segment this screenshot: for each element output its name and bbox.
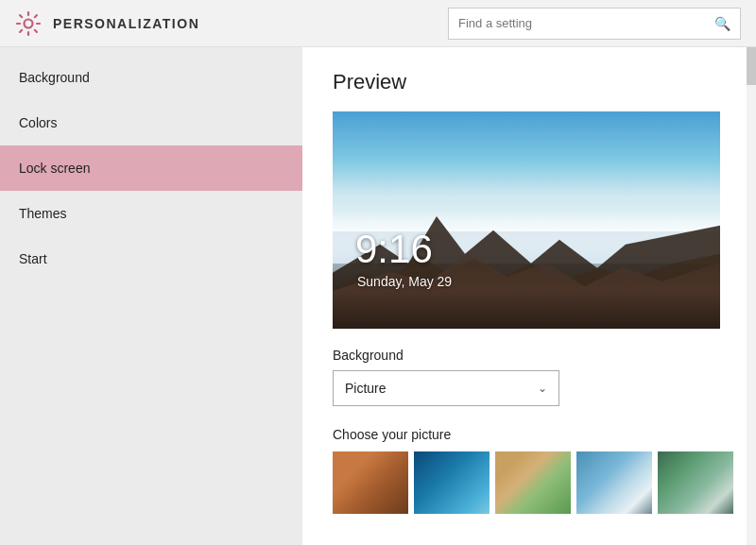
section-title: Preview: [333, 70, 726, 94]
scrollbar[interactable]: [747, 47, 756, 545]
chevron-down-icon: ⌄: [538, 382, 547, 395]
sidebar-item-start[interactable]: Start: [0, 236, 302, 281]
main-layout: Background Colors Lock screen Themes Sta…: [0, 47, 756, 545]
thumbnail-5[interactable]: [658, 451, 733, 514]
search-input[interactable]: [458, 16, 714, 30]
sidebar-item-themes[interactable]: Themes: [0, 191, 302, 236]
preview-image: 9:16 Sunday, May 29: [333, 111, 720, 329]
sidebar-item-lock-screen[interactable]: Lock screen: [0, 145, 302, 191]
background-dropdown[interactable]: Picture ⌄: [333, 370, 559, 406]
header: PERSONALIZATION 🔍: [0, 0, 756, 47]
choose-picture-label: Choose your picture: [333, 427, 726, 442]
sidebar-item-background[interactable]: Background: [0, 55, 302, 100]
thumbnail-2[interactable]: [414, 451, 490, 514]
sidebar-item-colors[interactable]: Colors: [0, 100, 302, 145]
scrollbar-thumb[interactable]: [747, 47, 756, 85]
thumbnail-4[interactable]: [576, 451, 652, 514]
search-box[interactable]: 🔍: [448, 8, 741, 40]
thumbnail-1[interactable]: [333, 451, 408, 514]
sidebar-item-label: Lock screen: [19, 161, 90, 176]
thumbnail-gallery: [333, 451, 726, 514]
header-left: PERSONALIZATION: [15, 10, 448, 37]
dropdown-value: Picture: [345, 381, 387, 396]
svg-point-0: [25, 19, 33, 27]
background-label: Background: [333, 348, 726, 363]
search-icon: 🔍: [714, 16, 730, 31]
header-title: PERSONALIZATION: [53, 16, 199, 31]
sidebar-item-label: Start: [19, 251, 47, 266]
preview-time: 9:16: [355, 227, 433, 272]
gear-icon: [15, 10, 42, 37]
content-area: Preview 9:16 Sunday, May 29 Background P…: [302, 47, 756, 545]
sidebar: Background Colors Lock screen Themes Sta…: [0, 47, 302, 545]
sidebar-item-label: Background: [19, 70, 90, 85]
sidebar-item-label: Colors: [19, 115, 57, 130]
preview-date: Sunday, May 29: [357, 274, 452, 289]
thumbnail-3[interactable]: [495, 451, 571, 514]
sidebar-item-label: Themes: [19, 206, 67, 221]
